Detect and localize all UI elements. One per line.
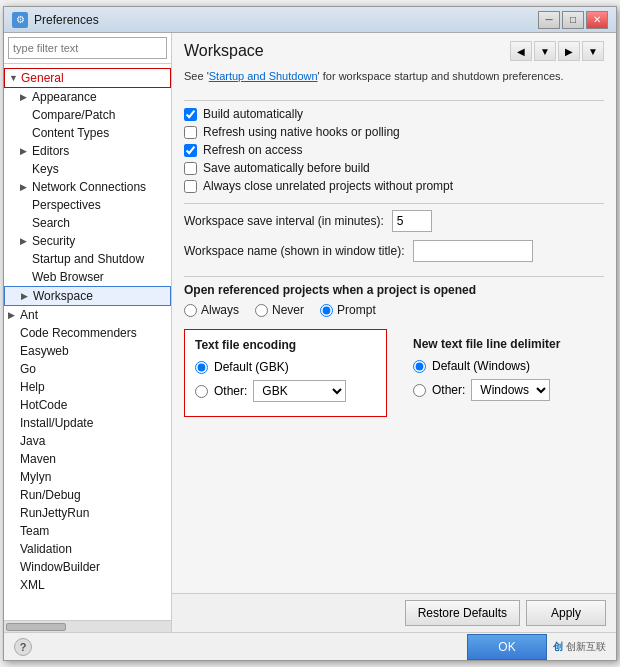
prompt-radio[interactable] bbox=[320, 304, 333, 317]
tree-item-code-recommenders[interactable]: Code Recommenders bbox=[4, 324, 171, 342]
newline-other-row: Other: Windows Unix Mac bbox=[413, 379, 594, 401]
refresh-native-checkbox[interactable] bbox=[184, 126, 197, 139]
newline-other-dropdown[interactable]: Windows Unix Mac bbox=[471, 379, 550, 401]
radio-never: Never bbox=[255, 303, 304, 317]
right-panel: Workspace ◀ ▼ ▶ ▼ See 'Startup and Shutd… bbox=[172, 33, 616, 632]
save-interval-input[interactable] bbox=[392, 210, 432, 232]
spacer bbox=[184, 417, 604, 585]
radio-always: Always bbox=[184, 303, 239, 317]
checkbox-save-before: Save automatically before build bbox=[184, 161, 604, 175]
encoding-other-radio[interactable] bbox=[195, 385, 208, 398]
workspace-name-label: Workspace name (shown in window title): bbox=[184, 244, 405, 258]
arrow-appearance: ▶ bbox=[20, 92, 32, 102]
tree-item-hotcode[interactable]: HotCode bbox=[4, 396, 171, 414]
tree-item-general[interactable]: ▼ General bbox=[4, 68, 171, 88]
apply-button[interactable]: Apply bbox=[526, 600, 606, 626]
arrow-compare bbox=[20, 110, 32, 120]
text-encoding-box: Text file encoding Default (GBK) Other: … bbox=[184, 329, 387, 417]
startup-shutdown-link[interactable]: Startup and Shutdown bbox=[209, 70, 318, 82]
newline-default-radio[interactable] bbox=[413, 360, 426, 373]
panel-header: Workspace ◀ ▼ ▶ ▼ bbox=[184, 41, 604, 61]
tree-item-java[interactable]: Java bbox=[4, 432, 171, 450]
newline-other-label: Other: bbox=[432, 383, 465, 397]
radio-prompt: Prompt bbox=[320, 303, 376, 317]
tree-item-content-types[interactable]: Content Types bbox=[4, 124, 171, 142]
brand-text: 创新互联 bbox=[566, 640, 606, 654]
sidebar-scrollbar[interactable] bbox=[4, 620, 171, 632]
newline-default-row: Default (Windows) bbox=[413, 359, 594, 373]
arrow-general: ▼ bbox=[9, 73, 21, 83]
refresh-access-checkbox[interactable] bbox=[184, 144, 197, 157]
tree-item-install[interactable]: Install/Update bbox=[4, 414, 171, 432]
scrollbar-thumb[interactable] bbox=[6, 623, 66, 631]
checkbox-refresh-access: Refresh on access bbox=[184, 143, 604, 157]
panel-description: See 'Startup and Shutdown' for workspace… bbox=[184, 69, 604, 84]
help-icon[interactable]: ? bbox=[14, 638, 32, 656]
tree-item-windowbuilder[interactable]: WindowBuilder bbox=[4, 558, 171, 576]
tree-item-run-jetty[interactable]: RunJettyRun bbox=[4, 504, 171, 522]
encoding-other-label: Other: bbox=[214, 384, 247, 398]
sidebar: ▼ General ▶ Appearance Compare/Patch Con… bbox=[4, 33, 172, 632]
tree-item-workspace[interactable]: ▶ Workspace bbox=[4, 286, 171, 306]
tree-item-security[interactable]: ▶ Security bbox=[4, 232, 171, 250]
tree-item-go[interactable]: Go bbox=[4, 360, 171, 378]
ok-button[interactable]: OK bbox=[467, 634, 547, 660]
prompt-label: Prompt bbox=[337, 303, 376, 317]
newline-default-label: Default (Windows) bbox=[432, 359, 530, 373]
tree-item-network[interactable]: ▶ Network Connections bbox=[4, 178, 171, 196]
tree-item-xml[interactable]: XML bbox=[4, 576, 171, 594]
save-interval-label: Workspace save interval (in minutes): bbox=[184, 214, 384, 228]
save-before-checkbox[interactable] bbox=[184, 162, 197, 175]
close-button[interactable]: ✕ bbox=[586, 11, 608, 29]
filter-input[interactable] bbox=[8, 37, 167, 59]
tree-item-editors[interactable]: ▶ Editors bbox=[4, 142, 171, 160]
nav-forward-button[interactable]: ▶ bbox=[558, 41, 580, 61]
nav-forward-dropdown-button[interactable]: ▼ bbox=[582, 41, 604, 61]
tree-item-easyweb[interactable]: Easyweb bbox=[4, 342, 171, 360]
open-projects-label: Open referenced projects when a project … bbox=[184, 283, 604, 297]
build-auto-checkbox[interactable] bbox=[184, 108, 197, 121]
workspace-name-row: Workspace name (shown in window title): bbox=[184, 240, 604, 262]
tree-item-maven[interactable]: Maven bbox=[4, 450, 171, 468]
tree-item-ant[interactable]: ▶ Ant bbox=[4, 306, 171, 324]
separator-2 bbox=[184, 203, 604, 204]
tree-item-help[interactable]: Help bbox=[4, 378, 171, 396]
workspace-name-input[interactable] bbox=[413, 240, 533, 262]
restore-defaults-button[interactable]: Restore Defaults bbox=[405, 600, 520, 626]
separator-1 bbox=[184, 100, 604, 101]
tree-item-mylyn[interactable]: Mylyn bbox=[4, 468, 171, 486]
main-content: ▼ General ▶ Appearance Compare/Patch Con… bbox=[4, 33, 616, 632]
tree-item-validation[interactable]: Validation bbox=[4, 540, 171, 558]
tree-item-search[interactable]: Search bbox=[4, 214, 171, 232]
encoding-other-dropdown[interactable]: GBK UTF-8 ISO-8859-1 bbox=[253, 380, 346, 402]
nav-back-button[interactable]: ◀ bbox=[510, 41, 532, 61]
tree-item-appearance[interactable]: ▶ Appearance bbox=[4, 88, 171, 106]
always-radio[interactable] bbox=[184, 304, 197, 317]
maximize-button[interactable]: □ bbox=[562, 11, 584, 29]
new-line-title: New text file line delimiter bbox=[413, 337, 594, 351]
tree-item-keys[interactable]: Keys bbox=[4, 160, 171, 178]
tree-item-team[interactable]: Team bbox=[4, 522, 171, 540]
tree-item-startup[interactable]: Startup and Shutdow bbox=[4, 250, 171, 268]
close-unrelated-checkbox[interactable] bbox=[184, 180, 197, 193]
filter-box bbox=[4, 33, 171, 64]
tree-item-compare-patch[interactable]: Compare/Patch bbox=[4, 106, 171, 124]
tree-item-perspectives[interactable]: Perspectives bbox=[4, 196, 171, 214]
never-radio[interactable] bbox=[255, 304, 268, 317]
separator-3 bbox=[184, 276, 604, 277]
nav-dropdown-button[interactable]: ▼ bbox=[534, 41, 556, 61]
checkbox-build-auto: Build automatically bbox=[184, 107, 604, 121]
tree-item-web-browser[interactable]: Web Browser bbox=[4, 268, 171, 286]
bottom-buttons-bar: Restore Defaults Apply bbox=[172, 593, 616, 632]
tree: ▼ General ▶ Appearance Compare/Patch Con… bbox=[4, 64, 171, 620]
encoding-other-row: Other: GBK UTF-8 ISO-8859-1 bbox=[195, 380, 376, 402]
text-encoding-title: Text file encoding bbox=[195, 338, 376, 352]
checkbox-close-unrelated: Always close unrelated projects without … bbox=[184, 179, 604, 193]
refresh-access-label: Refresh on access bbox=[203, 143, 302, 157]
tree-item-run-debug[interactable]: Run/Debug bbox=[4, 486, 171, 504]
never-label: Never bbox=[272, 303, 304, 317]
checkbox-refresh-native: Refresh using native hooks or polling bbox=[184, 125, 604, 139]
newline-other-radio[interactable] bbox=[413, 384, 426, 397]
encoding-default-radio[interactable] bbox=[195, 361, 208, 374]
minimize-button[interactable]: ─ bbox=[538, 11, 560, 29]
